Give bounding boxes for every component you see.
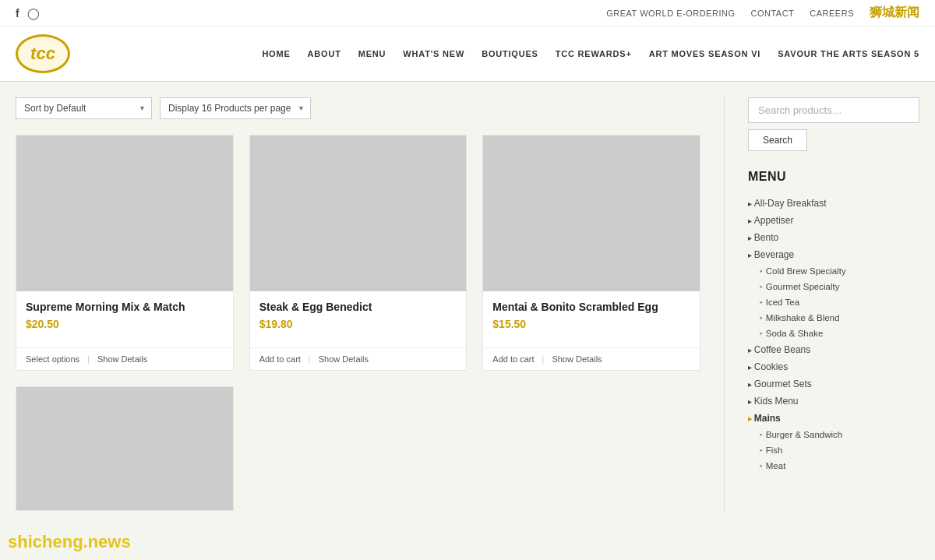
instagram-icon[interactable]: ◯ — [27, 7, 40, 19]
product-info: Steak & Egg Benedict $19.80 — [250, 291, 467, 347]
nav-about[interactable]: ABOUT — [308, 49, 341, 58]
product-image — [16, 387, 233, 510]
nav-menu[interactable]: MENU — [358, 49, 386, 58]
nav-whats-new[interactable]: WHAT'S NEW — [403, 49, 464, 58]
sidebar: Search MENU All-Day Breakfast Appetiser … — [748, 97, 919, 511]
product-image — [483, 136, 700, 291]
show-details-button[interactable]: Show Details — [97, 354, 147, 364]
contact-link[interactable]: CONTACT — [750, 9, 794, 18]
search-input[interactable] — [748, 97, 919, 123]
vertical-divider — [724, 97, 725, 511]
great-world-link[interactable]: GREAT WORLD E-ORDERING — [606, 9, 735, 18]
product-card: Steak & Egg Benedict $19.80 Add to cart … — [249, 135, 468, 371]
nav-art-moves[interactable]: ART MOVES SEASON VI — [649, 49, 761, 58]
content-area: Sort by Default Sort by Price: Low to Hi… — [16, 97, 700, 511]
sidebar-item-cookies[interactable]: Cookies — [748, 358, 919, 375]
header: tcc HOME ABOUT MENU WHAT'S NEW BOUTIQUES… — [0, 26, 935, 82]
sidebar-item-cold-brew[interactable]: Cold Brew Specialty — [748, 263, 919, 279]
logo[interactable]: tcc — [16, 34, 70, 73]
add-to-cart-button[interactable]: Add to cart — [259, 354, 301, 364]
product-info: Supreme Morning Mix & Match $20.50 — [16, 291, 233, 347]
nav-tcc-rewards[interactable]: TCC REWARDS+ — [556, 49, 632, 58]
product-card: Supreme Morning Mix & Match $20.50 Selec… — [16, 135, 234, 371]
sidebar-item-fish[interactable]: Fish — [748, 442, 919, 458]
sidebar-item-mains[interactable]: Mains — [748, 410, 919, 427]
select-options-button[interactable]: Select options — [26, 354, 79, 364]
logo-wrap: tcc — [16, 34, 70, 73]
nav-home[interactable]: HOME — [262, 49, 290, 58]
sidebar-item-iced-tea[interactable]: Iced Tea — [748, 294, 919, 310]
sidebar-item-burger-sandwich[interactable]: Burger & Sandwich — [748, 427, 919, 442]
products-grid: Supreme Morning Mix & Match $20.50 Selec… — [16, 135, 700, 511]
show-details-button[interactable]: Show Details — [319, 354, 369, 364]
sidebar-item-gourmet-sets[interactable]: Gourmet Sets — [748, 375, 919, 393]
sidebar-menu-list: All-Day Breakfast Appetiser Bento Bevera… — [748, 195, 919, 474]
sidebar-item-appetiser[interactable]: Appetiser — [748, 212, 919, 229]
top-nav-links: GREAT WORLD E-ORDERING CONTACT CAREERS 狮… — [606, 5, 919, 21]
sort-select[interactable]: Sort by Default Sort by Price: Low to Hi… — [16, 97, 152, 119]
sidebar-item-milkshake[interactable]: Milkshake & Blend — [748, 310, 919, 326]
product-price: $20.50 — [26, 318, 224, 330]
sidebar-menu-title: MENU — [748, 170, 919, 184]
show-details-button[interactable]: Show Details — [552, 354, 602, 364]
sidebar-item-all-day-breakfast[interactable]: All-Day Breakfast — [748, 195, 919, 212]
product-name: Mentai & Bonito Scrambled Egg — [492, 301, 690, 313]
sidebar-item-soda-shake[interactable]: Soda & Shake — [748, 326, 919, 341]
product-name: Supreme Morning Mix & Match — [26, 301, 224, 313]
main-nav: HOME ABOUT MENU WHAT'S NEW BOUTIQUES TCC… — [262, 49, 919, 58]
sidebar-item-beverage[interactable]: Beverage — [748, 246, 919, 263]
product-card — [16, 386, 234, 511]
product-actions: Add to cart | Show Details — [483, 347, 700, 370]
product-card: Mentai & Bonito Scrambled Egg $15.50 Add… — [482, 135, 700, 371]
product-actions: Select options | Show Details — [16, 347, 233, 370]
sidebar-item-meat[interactable]: Meat — [748, 458, 919, 474]
product-image — [16, 136, 233, 291]
filter-bar: Sort by Default Sort by Price: Low to Hi… — [16, 97, 700, 119]
news-badge: 狮城新闻 — [870, 5, 919, 21]
facebook-icon[interactable]: f — [16, 7, 19, 19]
product-image — [250, 136, 467, 291]
display-select[interactable]: Display 16 Products per page Display 8 P… — [160, 97, 311, 119]
search-box: Search — [748, 97, 919, 151]
sidebar-item-coffee-beans[interactable]: Coffee Beans — [748, 341, 919, 358]
social-links: f ◯ — [16, 7, 40, 19]
product-info: Mentai & Bonito Scrambled Egg $15.50 — [483, 291, 700, 347]
search-button[interactable]: Search — [748, 129, 807, 151]
nav-boutiques[interactable]: BOUTIQUES — [482, 49, 538, 58]
sidebar-item-bento[interactable]: Bento — [748, 229, 919, 246]
display-select-wrap: Display 16 Products per page Display 8 P… — [160, 97, 311, 119]
main-layout: Sort by Default Sort by Price: Low to Hi… — [0, 82, 935, 527]
careers-link[interactable]: CAREERS — [810, 9, 854, 18]
add-to-cart-button[interactable]: Add to cart — [492, 354, 534, 364]
sort-select-wrap: Sort by Default Sort by Price: Low to Hi… — [16, 97, 152, 119]
sidebar-item-kids-menu[interactable]: Kids Menu — [748, 393, 919, 410]
product-name: Steak & Egg Benedict — [259, 301, 457, 313]
product-price: $19.80 — [259, 318, 457, 330]
product-price: $15.50 — [492, 318, 690, 330]
top-bar: f ◯ GREAT WORLD E-ORDERING CONTACT CAREE… — [0, 0, 935, 26]
product-actions: Add to cart | Show Details — [250, 347, 467, 370]
nav-savour-arts[interactable]: SAVOUR THE ARTS SEASON 5 — [778, 49, 919, 58]
logo-text: tcc — [30, 44, 55, 64]
sidebar-item-gourmet-specialty[interactable]: Gourmet Specialty — [748, 279, 919, 294]
